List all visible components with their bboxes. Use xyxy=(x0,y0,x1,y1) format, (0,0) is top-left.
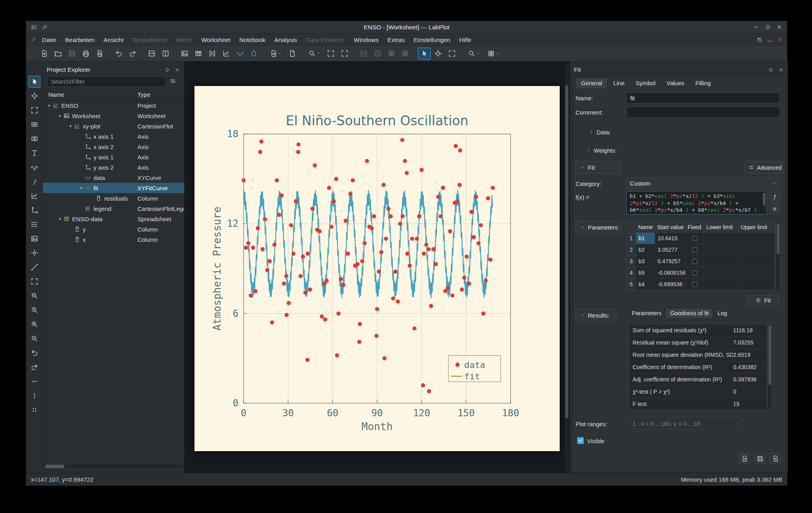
tree-column-header[interactable]: Name Type xyxy=(43,89,184,100)
param-name-b4[interactable]: b4 xyxy=(636,279,655,290)
menu-bearbeiten[interactable]: Bearbeiten xyxy=(61,34,99,46)
open-project-button[interactable] xyxy=(52,48,65,59)
redo-button[interactable] xyxy=(126,48,139,59)
column-header-type[interactable]: Type xyxy=(137,91,151,98)
formula-editor[interactable]: b1 + b2*cos( 2*pi*x/12 ) + b3*sin( 2*pi*… xyxy=(626,191,767,214)
tree-horizontal-scrollbar[interactable] xyxy=(44,465,183,468)
param-name-b3[interactable]: b3 xyxy=(636,256,655,267)
close-dock-button[interactable] xyxy=(778,67,784,73)
tree-item-y[interactable]: yColumn xyxy=(43,224,184,234)
close-button[interactable] xyxy=(776,24,782,30)
results-scrollbar[interactable] xyxy=(767,324,772,410)
tree-item-ENSO-data[interactable]: ▾ENSO-dataSpreadsheet xyxy=(43,214,184,224)
print-button[interactable] xyxy=(80,48,92,59)
menu-worksheet[interactable]: Worksheet xyxy=(197,34,235,46)
param-upper-limit[interactable] xyxy=(739,233,775,244)
comment-input[interactable] xyxy=(626,107,780,118)
search-input[interactable]: Search/Filter xyxy=(47,76,166,87)
tree-item-residuals[interactable]: residualsColumn xyxy=(43,193,184,203)
horizontal-layout-button[interactable] xyxy=(159,48,172,59)
zoom-select-mode-button[interactable] xyxy=(446,48,458,59)
close-panel-button[interactable] xyxy=(175,67,180,73)
tile-windows-button[interactable] xyxy=(357,48,370,59)
menu-extras[interactable]: Extras xyxy=(383,34,409,46)
pattern-tool-3[interactable] xyxy=(29,404,40,416)
visible-checkbox[interactable] xyxy=(577,437,584,444)
tree-item-x[interactable]: xColumn xyxy=(43,234,184,245)
param-upper-limit[interactable] xyxy=(739,279,775,290)
results-tab-parameters[interactable]: Parameters xyxy=(627,308,666,318)
menu-data-extractor[interactable]: Data Extractor xyxy=(301,34,349,46)
tree-item-x-axis-2[interactable]: x axis 2Axis xyxy=(43,142,184,152)
add-image-tool[interactable] xyxy=(29,233,40,245)
tree-item-legend[interactable]: legendCartesianPlotLegend xyxy=(43,203,184,214)
add-text-tool[interactable] xyxy=(29,147,40,159)
float-dock-button[interactable] xyxy=(768,67,774,73)
magnification-button[interactable] xyxy=(465,48,483,59)
tree-item-fit[interactable]: ▾fitXYFitCurve xyxy=(43,183,184,193)
expand-toggle[interactable]: ▾ xyxy=(68,124,73,129)
save-as-button[interactable] xyxy=(770,453,781,464)
new-curve-button[interactable] xyxy=(234,48,246,59)
fit-page-button[interactable] xyxy=(324,48,337,59)
export-worksheet-button[interactable] xyxy=(267,48,285,59)
param-upper-limit[interactable] xyxy=(739,244,775,256)
category-combobox[interactable]: Custom xyxy=(626,177,780,189)
crosshair-tool[interactable] xyxy=(29,90,40,102)
restore-child-button[interactable] xyxy=(757,37,762,43)
advanced-button[interactable]: Advanced xyxy=(744,161,783,174)
param-lower-limit[interactable] xyxy=(704,279,739,290)
add-plot-tool[interactable] xyxy=(29,190,40,202)
formula-scrollbar[interactable] xyxy=(763,193,766,213)
param-col-start-value[interactable]: Start value xyxy=(655,222,686,233)
tree-item-Worksheet[interactable]: ▾WorksheetWorksheet xyxy=(43,111,184,121)
minimize-child-button[interactable] xyxy=(767,37,773,43)
param-start-value[interactable]: 3.05277 xyxy=(655,244,686,256)
auto-scale-x-tool[interactable] xyxy=(29,290,40,302)
new-project-button[interactable] xyxy=(38,48,51,59)
parameters-scrollbar[interactable] xyxy=(776,222,780,291)
tab-general[interactable]: General xyxy=(576,77,608,88)
param-start-value[interactable]: -0.699536 xyxy=(655,279,686,290)
worksheet-page[interactable]: 0306090120150180061218El Niño-Southern O… xyxy=(194,86,560,451)
fit-selection-button[interactable] xyxy=(338,48,351,59)
new-worksheet-button[interactable] xyxy=(178,48,191,59)
fixed-checkbox[interactable] xyxy=(692,236,698,241)
param-name-b2[interactable]: b2 xyxy=(636,244,655,256)
tab-values[interactable]: Values xyxy=(661,77,690,88)
undo-button[interactable] xyxy=(112,48,125,59)
insert-function-button[interactable]: ƒ xyxy=(770,191,780,202)
new-matrix-button[interactable] xyxy=(206,48,219,59)
run-fit-button[interactable]: Fit xyxy=(747,295,779,306)
param-lower-limit[interactable] xyxy=(704,244,739,256)
menu-datei[interactable]: Datei xyxy=(38,34,61,46)
zoom-select-tool[interactable] xyxy=(29,104,40,116)
fit-section-toggle[interactable]: Fit: xyxy=(576,161,621,174)
menu-windows[interactable]: Windows xyxy=(349,34,383,46)
titlebar[interactable]: ENSO - [Worksheet] — LabPlot xyxy=(26,21,787,34)
select-mode-button[interactable] xyxy=(418,48,431,59)
select-tool[interactable] xyxy=(29,76,40,88)
tree-item-y-axis-2[interactable]: y axis 2Axis xyxy=(43,162,184,172)
results-tab-log[interactable]: Log xyxy=(713,308,731,318)
menu-einstellungen[interactable]: Einstellungen xyxy=(409,34,455,46)
cascade-windows-button[interactable] xyxy=(371,48,384,59)
data-section-toggle[interactable]: Data: xyxy=(589,126,611,138)
zoom-out-tool[interactable] xyxy=(29,333,40,345)
zoom-button[interactable] xyxy=(305,48,323,59)
param-col-fixed[interactable]: Fixed xyxy=(686,222,704,233)
results-section-toggle[interactable]: Results: xyxy=(576,309,617,322)
param-start-value[interactable]: -0.0808158 xyxy=(655,267,686,279)
print-preview-button[interactable] xyxy=(93,48,106,59)
tree-item-data[interactable]: dataXYCurve xyxy=(43,172,184,183)
param-name-b1[interactable]: b1 xyxy=(636,233,655,244)
menu-matrix[interactable]: Matrix xyxy=(172,34,197,46)
export-results-button[interactable] xyxy=(739,453,750,464)
zoom-in-tool[interactable] xyxy=(29,318,40,330)
menu-analysis[interactable]: Analysis xyxy=(270,34,301,46)
parameters-section-toggle[interactable]: Parameters: xyxy=(576,221,622,234)
add-equation-curve-tool[interactable]: ƒ xyxy=(29,176,40,188)
param-start-value[interactable]: 10.6415 xyxy=(655,233,686,244)
grid-show-button[interactable] xyxy=(399,48,412,59)
add-curve-tool[interactable] xyxy=(29,161,40,173)
